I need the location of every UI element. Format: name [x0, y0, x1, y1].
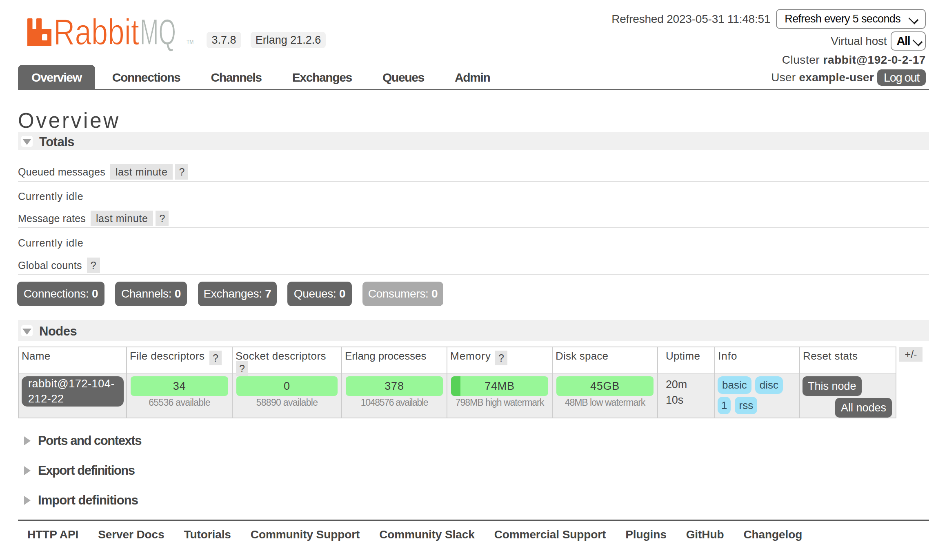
svg-text:Rabbit: Rabbit [53, 11, 139, 52]
svg-text:TM: TM [187, 39, 193, 45]
svg-text:MQ: MQ [140, 11, 176, 52]
